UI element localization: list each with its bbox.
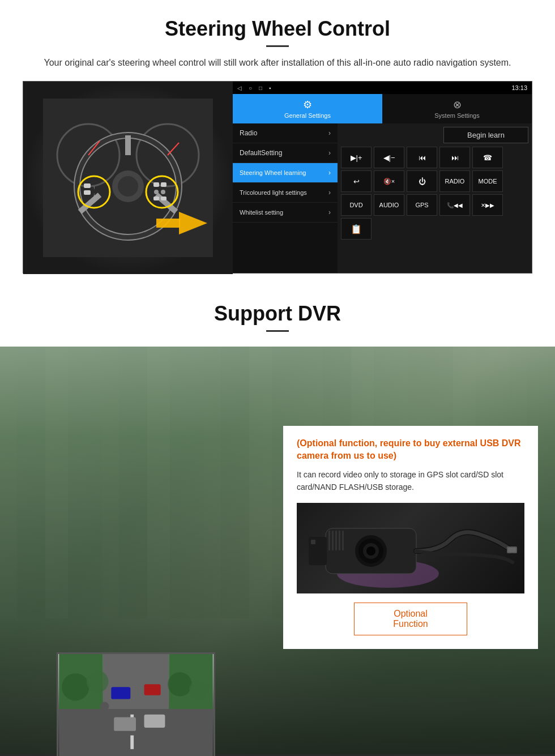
ctrl-btn-row-2: ↩ 🔇× ⏻ RADIO MODE — [341, 170, 528, 192]
svg-point-9 — [118, 176, 138, 197]
steering-control-panel: Begin learn ▶|+ ◀|− ⏮ ⏭ ☎ ↩ 🔇× ⏻ — [338, 123, 532, 273]
begin-learn-button[interactable]: Begin learn — [443, 127, 528, 143]
vol-up-button[interactable]: ▶|+ — [341, 147, 372, 168]
svg-rect-54 — [311, 540, 315, 544]
dvr-header: Support DVR — [0, 291, 555, 347]
system-icon: ⊗ — [453, 99, 462, 111]
list-button[interactable]: 📋 — [341, 218, 372, 240]
begin-learn-row: Begin learn — [341, 127, 528, 143]
svg-rect-16 — [153, 182, 159, 187]
svg-rect-34 — [114, 717, 136, 731]
svg-rect-51 — [339, 531, 340, 550]
svg-point-37 — [62, 673, 89, 701]
android-content: Radio › DefaultSetting › Steering Wheel … — [233, 123, 532, 273]
road-inset-preview — [57, 652, 215, 756]
svg-point-39 — [168, 672, 192, 697]
dvr-info-card: (Optional function, require to buy exter… — [283, 426, 538, 649]
dvr-background: (Optional function, require to buy exter… — [0, 347, 555, 756]
dvr-camera-image — [297, 503, 524, 593]
steering-panel: ↑ ↓ — [23, 81, 532, 274]
menu-item-tricoloured[interactable]: Tricoloured light settings › — [233, 183, 338, 203]
android-statusbar: ◁ ○ □ ▪ 13:13 — [233, 82, 532, 94]
svg-rect-28 — [130, 736, 134, 749]
phone-button[interactable]: ☎ — [472, 147, 503, 168]
phone-prev-button[interactable]: 📞◀◀ — [439, 194, 470, 216]
menu-item-radio[interactable]: Radio › — [233, 123, 338, 143]
menu-item-steering-wheel[interactable]: Steering Wheel learning › — [233, 163, 338, 183]
arrow-icon: › — [328, 149, 331, 157]
svg-rect-21 — [161, 197, 166, 200]
hangup-button[interactable]: ↩ — [341, 170, 372, 192]
back-icon: ◁ — [237, 85, 242, 91]
svg-rect-31 — [103, 654, 169, 709]
dvr-highlight-text: (Optional function, require to buy exter… — [297, 437, 524, 463]
section-subtitle: Your original car's steering wheel contr… — [34, 56, 521, 70]
dvr-divider — [266, 330, 289, 332]
svg-rect-26 — [59, 709, 213, 756]
next-track-button[interactable]: ⏭ — [439, 147, 470, 168]
statusbar-nav-icons: ◁ ○ □ ▪ — [237, 85, 271, 91]
svg-rect-32 — [111, 687, 130, 699]
gps-button[interactable]: GPS — [407, 194, 437, 216]
svg-rect-48 — [328, 531, 330, 550]
svg-point-18 — [154, 190, 159, 194]
arrow-icon: › — [328, 169, 331, 177]
svg-point-38 — [87, 670, 109, 693]
power-button[interactable]: ⏻ — [407, 170, 437, 192]
svg-rect-35 — [144, 715, 165, 728]
settings-menu: Radio › DefaultSetting › Steering Wheel … — [233, 123, 338, 273]
cancel-next-button[interactable]: ✕▶▶ — [472, 194, 503, 216]
svg-rect-52 — [342, 531, 344, 550]
title-divider — [266, 45, 289, 47]
tab-general-label: General Settings — [284, 112, 331, 119]
arrow-icon: › — [328, 189, 331, 197]
svg-rect-11 — [84, 183, 91, 188]
svg-text:↑: ↑ — [93, 185, 95, 190]
dvr-body-text: It can record video only to storage in G… — [297, 468, 524, 494]
svg-point-40 — [189, 680, 209, 700]
recent-icon: □ — [259, 85, 262, 91]
svg-rect-20 — [153, 197, 159, 200]
section-dvr: Support DVR — [0, 291, 555, 756]
mode-button[interactable]: MODE — [472, 170, 503, 192]
arrow-icon: › — [328, 129, 331, 137]
prev-track-button[interactable]: ⏮ — [407, 147, 437, 168]
menu-item-default-setting[interactable]: DefaultSetting › — [233, 143, 338, 163]
optional-function-button[interactable]: Optional Function — [354, 603, 467, 635]
menu-item-whitelist[interactable]: Whitelist setting › — [233, 203, 338, 223]
ctrl-btn-row-3: DVD AUDIO GPS 📞◀◀ ✕▶▶ — [341, 194, 528, 216]
svg-point-47 — [366, 546, 375, 556]
ctrl-btn-row-1: ▶|+ ◀|− ⏮ ⏭ ☎ — [341, 147, 528, 168]
arrow-icon: › — [328, 208, 331, 216]
gear-icon: ⚙ — [303, 99, 312, 111]
audio-button[interactable]: AUDIO — [374, 194, 404, 216]
page-title: Steering Wheel Control — [23, 17, 532, 41]
svg-rect-23 — [156, 219, 180, 228]
android-ui-panel: ◁ ○ □ ▪ 13:13 ⚙ General Settings ⊗ Syste… — [233, 82, 532, 273]
mute-button[interactable]: 🔇× — [374, 170, 404, 192]
home-icon: ○ — [249, 85, 252, 91]
svg-rect-49 — [332, 531, 334, 550]
svg-rect-56 — [508, 548, 516, 552]
ctrl-btn-row-4: 📋 — [341, 218, 528, 240]
svg-text:↓: ↓ — [93, 192, 95, 197]
tab-system-label: System Settings — [434, 112, 479, 119]
svg-rect-17 — [161, 182, 166, 187]
svg-point-57 — [403, 535, 407, 539]
android-tabs: ⚙ General Settings ⊗ System Settings — [233, 94, 532, 123]
vol-down-button[interactable]: ◀|− — [374, 147, 404, 168]
section-steering-wheel: Steering Wheel Control Your original car… — [0, 0, 555, 285]
svg-rect-50 — [335, 531, 337, 550]
tab-system-settings[interactable]: ⊗ System Settings — [382, 94, 532, 123]
radio-button[interactable]: RADIO — [439, 170, 470, 192]
tab-general-settings[interactable]: ⚙ General Settings — [233, 94, 382, 123]
steering-wheel-photo: ↑ ↓ — [23, 82, 233, 274]
dvd-button[interactable]: DVD — [341, 194, 372, 216]
svg-point-19 — [161, 190, 165, 194]
svg-rect-33 — [144, 684, 161, 695]
statusbar-time: 13:13 — [511, 84, 527, 91]
svg-point-36 — [100, 702, 109, 711]
svg-rect-12 — [84, 190, 91, 195]
menu-icon: ▪ — [269, 85, 271, 91]
dvr-title: Support DVR — [0, 302, 555, 326]
